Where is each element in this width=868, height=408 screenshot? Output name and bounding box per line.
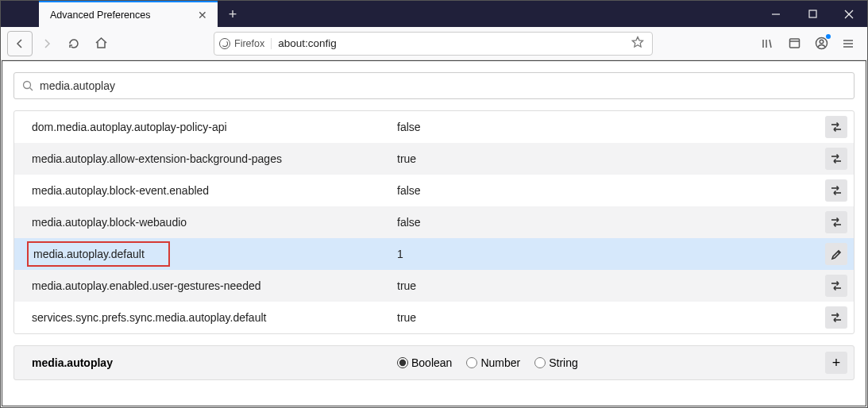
pref-name: media.autoplay.allow-extension-backgroun…	[32, 152, 282, 165]
window-controls	[758, 1, 867, 27]
type-radio-boolean[interactable]: Boolean	[397, 356, 452, 369]
forward-button	[34, 31, 60, 56]
svg-point-14	[24, 82, 31, 89]
pref-value: true	[397, 152, 825, 165]
svg-rect-7	[789, 39, 799, 48]
sidebar-button[interactable]	[781, 31, 807, 56]
pref-row[interactable]: media.autoplay.block-event.enabledfalse	[14, 175, 854, 206]
identity-box[interactable]: Firefox	[219, 38, 272, 49]
window-minimize-button[interactable]	[758, 1, 794, 27]
type-radio-string[interactable]: String	[534, 356, 578, 369]
pref-name: media.autoplay.enabled.user-gestures-nee…	[32, 279, 261, 292]
library-button[interactable]	[754, 31, 780, 56]
pref-value: true	[397, 279, 825, 292]
pref-value: false	[397, 184, 825, 197]
toggle-icon[interactable]	[825, 148, 847, 170]
pref-row[interactable]: media.autoplay.enabled.user-gestures-nee…	[14, 270, 854, 302]
bookmark-star-icon[interactable]	[628, 36, 647, 51]
pref-search-input[interactable]	[40, 79, 846, 92]
type-label: String	[549, 356, 578, 369]
pref-name: media.autoplay.default	[33, 248, 145, 260]
nav-toolbar: Firefox	[1, 27, 867, 60]
svg-line-6	[770, 40, 771, 48]
firefox-icon	[219, 38, 230, 49]
close-tab-icon[interactable]: ✕	[195, 8, 210, 22]
pref-search-box[interactable]	[14, 72, 854, 99]
new-tab-button[interactable]: +	[221, 2, 245, 26]
edit-icon[interactable]	[825, 243, 847, 265]
identity-label: Firefox	[234, 38, 264, 49]
type-label: Number	[480, 356, 520, 369]
menu-button[interactable]	[835, 31, 861, 56]
pref-value: false	[397, 216, 825, 229]
window-maximize-button[interactable]	[794, 1, 831, 27]
pref-name: services.sync.prefs.sync.media.autoplay.…	[32, 311, 266, 324]
url-bar[interactable]: Firefox	[214, 32, 653, 56]
pref-row[interactable]: dom.media.autoplay.autoplay-policy-apifa…	[14, 111, 854, 143]
toggle-icon[interactable]	[825, 211, 847, 233]
toggle-icon[interactable]	[825, 275, 847, 297]
pref-value: 1	[397, 248, 825, 260]
pref-list: dom.media.autoplay.autoplay-policy-apifa…	[14, 110, 854, 334]
pref-row[interactable]: media.autoplay.block-webaudiofalse	[14, 206, 854, 238]
pref-name: media.autoplay.block-event.enabled	[32, 184, 209, 197]
type-radio-number[interactable]: Number	[466, 356, 520, 369]
pref-name: dom.media.autoplay.autoplay-policy-api	[32, 121, 227, 133]
pref-row[interactable]: media.autoplay.default1	[14, 238, 854, 270]
add-pref-button[interactable]: +	[825, 352, 847, 374]
svg-rect-1	[809, 10, 816, 17]
browser-tab[interactable]: Advanced Preferences ✕	[39, 1, 218, 27]
toggle-icon[interactable]	[825, 116, 847, 138]
pref-value: false	[397, 121, 825, 133]
highlight-annotation: media.autoplay.default	[27, 241, 170, 267]
type-label: Boolean	[411, 356, 452, 369]
reload-button[interactable]	[61, 31, 87, 56]
add-pref-name: media.autoplay	[32, 356, 397, 369]
add-pref-types: BooleanNumberString	[397, 356, 825, 369]
search-icon	[22, 80, 33, 91]
window-titlebar: Advanced Preferences ✕ +	[1, 1, 867, 27]
tab-title: Advanced Preferences	[50, 10, 195, 21]
toggle-icon[interactable]	[825, 306, 847, 329]
pref-row[interactable]: services.sync.prefs.sync.media.autoplay.…	[14, 302, 854, 333]
home-button[interactable]	[88, 31, 114, 56]
window-close-button[interactable]	[831, 1, 867, 27]
account-button[interactable]	[808, 31, 834, 56]
pref-value: true	[397, 311, 825, 324]
add-pref-row: media.autoplay BooleanNumberString +	[14, 345, 854, 380]
pref-row[interactable]: media.autoplay.allow-extension-backgroun…	[14, 143, 854, 175]
back-button[interactable]	[7, 31, 33, 56]
pref-name: media.autoplay.block-webaudio	[32, 216, 187, 229]
svg-point-10	[820, 40, 824, 44]
about-config-content: dom.media.autoplay.autoplay-policy-apifa…	[2, 60, 866, 406]
svg-line-15	[30, 88, 33, 91]
toggle-icon[interactable]	[825, 179, 847, 202]
url-input[interactable]	[272, 37, 628, 49]
